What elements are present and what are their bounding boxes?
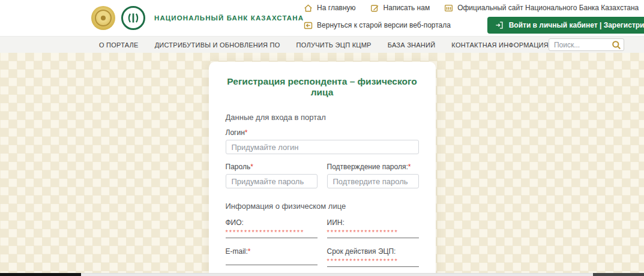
national-bank-logo-icon — [121, 6, 145, 30]
page: НАЦИОНАЛЬНЫЙ БАНК КАЗАХСТАНА На главную — [0, 0, 644, 276]
ecp-validity-field: Срок действия ЭЦП: ******************* — [327, 247, 419, 267]
login-label: Логин* — [226, 128, 419, 137]
pencil-icon — [370, 4, 379, 13]
kazakhstan-emblem-icon — [91, 6, 115, 30]
password-confirm-input[interactable] — [327, 174, 419, 188]
window-bottom-edge — [0, 273, 644, 276]
section-person-info: Информация о физическом лице — [226, 202, 419, 211]
password-label: Пароль* — [226, 163, 317, 171]
header: НАЦИОНАЛЬНЫЙ БАНК КАЗАХСТАНА На главную — [0, 0, 644, 36]
home-icon — [304, 4, 313, 13]
main-navigation: О ПОРТАЛЕ ДИСТРИБУТИВЫ И ОБНОВЛЕНИЯ ПО П… — [0, 36, 644, 53]
ecp-validity-label: Срок действия ЭЦП: — [327, 247, 419, 256]
page-title: Регистрация респондента – физического ли… — [226, 76, 419, 98]
header-links-row-2: Вернуться к старой версии веб-портала Во… — [304, 17, 644, 34]
email-value — [226, 257, 317, 265]
nav-item-contact-info[interactable]: КОНТАКТНАЯ ИНФОРМАЦИЯ — [451, 41, 549, 49]
home-link[interactable]: На главную — [304, 4, 355, 13]
logo-group: НАЦИОНАЛЬНЫЙ БАНК КАЗАХСТАНА — [91, 6, 304, 30]
write-to-us-label: Написать нам — [384, 4, 430, 12]
password-confirm-label-text: Подтверждение пароля: — [327, 163, 408, 171]
login-label-text: Логин — [226, 128, 245, 137]
brand-title: НАЦИОНАЛЬНЫЙ БАНК КАЗАХСТАНА — [154, 14, 304, 22]
nav-item-distributives[interactable]: ДИСТРИБУТИВЫ И ОБНОВЛЕНИЯ ПО — [155, 41, 280, 49]
person-info-grid: ФИО: ********************* ИИН: ********… — [226, 218, 419, 267]
password-input[interactable] — [226, 174, 317, 188]
password-confirm-field: Подтверждение пароля:* — [327, 163, 419, 188]
header-links: На главную Написать нам — [304, 2, 644, 34]
password-row: Пароль* Подтверждение пароля:* — [226, 163, 419, 188]
email-field: E-mail:* — [226, 247, 317, 267]
password-confirm-required-mark: * — [408, 163, 411, 171]
email-label: E-mail:* — [226, 247, 317, 256]
old-version-link[interactable]: Вернуться к старой версии веб-портала — [304, 21, 451, 30]
login-required-mark: * — [245, 128, 248, 137]
nav-item-knowledge-base[interactable]: БАЗА ЗНАНИЙ — [388, 41, 436, 49]
email-required-mark: * — [248, 247, 251, 256]
nav-item-get-ecp[interactable]: ПОЛУЧИТЬ ЭЦП КЦМР — [296, 41, 372, 49]
iin-label: ИИН: — [327, 218, 419, 227]
search-box — [549, 38, 624, 51]
home-link-label: На главную — [317, 4, 355, 12]
password-field: Пароль* — [226, 163, 317, 188]
login-register-button[interactable]: Войти в личный кабинет | Зарегистрироват… — [487, 17, 644, 34]
registration-card: Регистрация респондента – физического ли… — [209, 62, 436, 276]
login-input[interactable] — [226, 140, 419, 154]
official-site-link[interactable]: Официальный сайт Национального Банка Каз… — [444, 4, 639, 13]
ecp-validity-value: ******************* — [327, 257, 419, 267]
nav-items: О ПОРТАЛЕ ДИСТРИБУТИВЫ И ОБНОВЛЕНИЯ ПО П… — [99, 41, 549, 49]
window-edge-left — [0, 273, 81, 276]
iin-field: ИИН: ******************* — [327, 218, 419, 238]
iin-value: ******************* — [327, 229, 419, 238]
fio-field: ФИО: ********************* — [226, 218, 317, 238]
header-links-row-1: На главную Написать нам — [304, 2, 644, 13]
write-to-us-link[interactable]: Написать нам — [370, 4, 430, 13]
main-content-area: Регистрация респондента – физического ли… — [0, 53, 644, 276]
old-version-label: Вернуться к старой версии веб-портала — [317, 21, 451, 29]
return-arrow-icon — [304, 21, 313, 30]
login-register-label: Войти в личный кабинет | Зарегистрироват… — [509, 21, 644, 29]
password-confirm-label: Подтверждение пароля:* — [327, 163, 419, 171]
fio-label: ФИО: — [226, 218, 317, 227]
window-edge-right — [593, 273, 644, 276]
nav-item-about-portal[interactable]: О ПОРТАЛЕ — [99, 41, 139, 49]
official-site-label: Официальный сайт Национального Банка Каз… — [457, 4, 639, 12]
section-login-data: Данные для входа в портал — [226, 113, 419, 122]
window-edge-middle — [81, 273, 593, 276]
search-icon[interactable] — [612, 40, 621, 50]
password-label-text: Пароль — [226, 163, 251, 171]
login-icon — [495, 21, 504, 29]
bank-column-icon — [127, 11, 140, 25]
bank-building-icon — [444, 4, 453, 13]
password-required-mark: * — [250, 163, 253, 171]
spacer — [226, 188, 419, 202]
email-label-text: E-mail: — [226, 247, 248, 256]
fio-value: ********************* — [226, 229, 317, 238]
